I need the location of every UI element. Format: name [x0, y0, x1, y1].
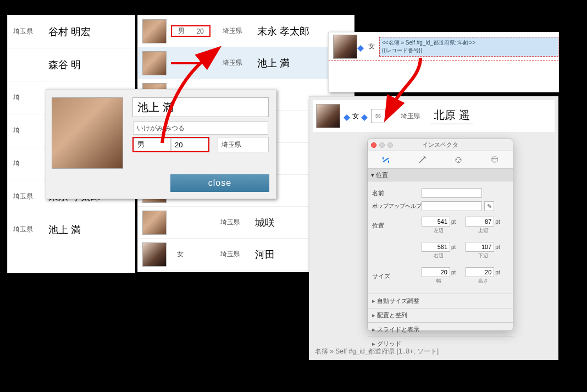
pref-label: 埼玉県: [223, 58, 253, 68]
list-item[interactable]: 森谷 明: [8, 48, 135, 81]
close-icon[interactable]: [371, 142, 376, 148]
size-width-input[interactable]: [422, 267, 450, 277]
sex-cell: 男: [172, 26, 191, 36]
record-row[interactable]: 女 56 埼玉県 北原 遥: [313, 100, 555, 132]
pos-left-input[interactable]: [422, 217, 450, 227]
svg-point-5: [459, 159, 461, 160]
pref-label: 埼玉県: [13, 225, 41, 234]
tab-appearance[interactable]: [416, 154, 428, 166]
pref-field[interactable]: 埼玉県: [218, 137, 269, 152]
edit-icon[interactable]: ✎: [484, 201, 494, 211]
age-field[interactable]: 20: [171, 138, 208, 151]
pref-label: 埼玉県: [13, 27, 41, 36]
tab-styles[interactable]: [452, 154, 464, 166]
inspector-tabs: [368, 151, 513, 169]
acc-slide[interactable]: スライドと表示: [368, 322, 513, 336]
pref-label: 埼玉県: [220, 218, 251, 227]
popup-help-input[interactable]: [422, 201, 482, 211]
svg-point-4: [456, 159, 457, 160]
person-name: 北原 遥: [430, 108, 473, 124]
pref-label: 埼玉県: [223, 26, 253, 36]
sex-field[interactable]: 男: [134, 138, 171, 151]
size-height-input[interactable]: [466, 267, 494, 277]
label-size: サイズ: [372, 272, 422, 280]
svg-rect-0: [383, 157, 389, 162]
label-position: 位置: [372, 222, 422, 230]
name-input[interactable]: [422, 188, 482, 198]
list-item[interactable]: 埼玉県池上 満: [138, 47, 354, 79]
layout-editor-row: 女 <<名簿 » Self #g_id_都道府県::年齢>> {{レコード番号}…: [328, 32, 559, 92]
person-name: 末永 孝太郎: [257, 25, 309, 38]
acc-grid[interactable]: グリッド: [368, 336, 513, 351]
svg-point-7: [492, 157, 497, 159]
avatar: [142, 19, 167, 43]
person-name: 河田: [255, 248, 275, 261]
zoom-icon[interactable]: [387, 142, 393, 148]
diamond-icon: [361, 111, 368, 118]
svg-rect-1: [383, 157, 384, 159]
acc-autosize[interactable]: 自動サイズ調整: [368, 294, 513, 308]
age-chip[interactable]: 56: [371, 109, 385, 123]
tab-data[interactable]: [489, 154, 501, 166]
person-name: 森谷 明: [48, 58, 81, 71]
acc-arrange[interactable]: 配置と整列: [368, 308, 513, 322]
person-name: 池上 満: [257, 57, 290, 70]
avatar: [333, 35, 357, 59]
avatar: [142, 242, 167, 267]
sex-age-group: 男 20: [132, 137, 209, 152]
label-name: 名前: [372, 189, 422, 197]
pref-label: 埼玉県: [220, 250, 251, 259]
avatar: [316, 104, 340, 128]
minimize-icon[interactable]: [379, 142, 385, 148]
age-cell: 20: [191, 27, 209, 35]
avatar: [142, 51, 167, 75]
tab-position[interactable]: [380, 154, 392, 166]
pos-bottom-input[interactable]: [466, 242, 494, 252]
pref-label: 埼玉県: [401, 112, 420, 121]
diamond-icon: [344, 111, 350, 118]
list-item[interactable]: 男20埼玉県末永 孝太郎: [138, 15, 354, 47]
person-name: 谷村 明宏: [48, 25, 91, 38]
name-field[interactable]: 池上 満: [132, 97, 269, 117]
section-position-header[interactable]: ▾ 位置: [368, 169, 513, 181]
inspector-palette: インスペクタ ▾ 位置 名前 ポップアップヘルプ ✎ 位置: [367, 139, 513, 331]
merge-field-line1: <<名簿 » Self #g_id_都道府県::年齢>>: [382, 39, 556, 47]
sex-cell: 女: [171, 250, 190, 259]
person-name: 城咲: [255, 216, 275, 229]
sex-label: 女: [352, 112, 359, 121]
kana-field[interactable]: いけがみ みつる: [133, 122, 268, 135]
svg-point-6: [458, 161, 459, 162]
close-button[interactable]: close: [170, 174, 269, 192]
svg-rect-2: [388, 161, 389, 163]
sex-label: 女: [368, 42, 375, 51]
avatar: [142, 211, 167, 235]
pref-label: 埼玉県: [13, 192, 41, 201]
list-item[interactable]: 埼玉県 池上 満: [8, 213, 135, 246]
person-name: 池上 満: [48, 223, 81, 236]
merge-field-line2: {{レコード番号}}: [382, 47, 556, 54]
pos-top-input[interactable]: [466, 217, 494, 227]
person-detail-popup: 池上 満 いけがみ みつる 男 20 埼玉県 close: [46, 89, 276, 199]
diamond-icon: [357, 42, 364, 48]
label-popup-help: ポップアップヘルプ: [372, 202, 422, 210]
merge-field[interactable]: <<名簿 » Self #g_id_都道府県::年齢>> {{レコード番号}}: [379, 37, 558, 57]
inspector-title: インスペクタ: [422, 141, 458, 149]
list-item[interactable]: 埼玉県 谷村 明宏: [8, 15, 135, 48]
pos-right-input[interactable]: [422, 242, 450, 252]
window-titlebar[interactable]: インスペクタ: [368, 139, 513, 151]
avatar: [52, 97, 123, 169]
